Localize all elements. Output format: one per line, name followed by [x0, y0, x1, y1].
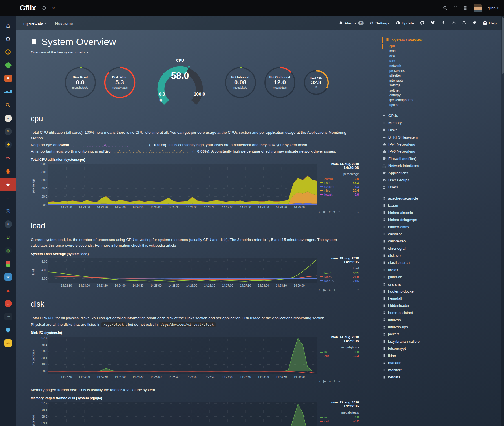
zoom-out-button[interactable]: −: [338, 379, 340, 383]
app-icon-organizr[interactable]: ×: [0, 125, 16, 138]
legend-item-out[interactable]: out-5.2: [320, 419, 359, 423]
skip-to-begin-button[interactable]: «: [319, 210, 320, 214]
sidebar-item-lazylibrarian-calibre[interactable]: lazylibrarian-calibre: [382, 338, 501, 345]
sidebar-item-grafana[interactable]: grafana: [382, 281, 501, 288]
sidebar-item-load[interactable]: load: [382, 49, 501, 53]
gauge-net-outbound[interactable]: Net Outbound12.0megabits/s: [263, 66, 297, 99]
sidebar-item-uptime[interactable]: uptime: [382, 103, 501, 108]
zoom-in-button[interactable]: +: [333, 379, 335, 383]
sidebar-item-chronograf[interactable]: chronograf: [382, 245, 501, 252]
app-icon-pills[interactable]: [0, 257, 16, 270]
scrollbar-thumb[interactable]: [502, 17, 504, 74]
sidebar-item-cpus[interactable]: CPUs: [382, 112, 501, 119]
sidebar-item-network-interfaces[interactable]: Network Interfaces: [382, 162, 501, 169]
gauge-net-inbound[interactable]: Net Inbound0.08megabits/s: [224, 66, 257, 99]
chart-resize-handle[interactable]: ↕: [357, 379, 359, 383]
app-icon-ubooquity[interactable]: U: [0, 217, 16, 231]
sidebar-item-diskover[interactable]: diskover: [382, 252, 501, 259]
user-menu[interactable]: gilbn ▾: [488, 6, 498, 10]
skip-to-begin-button[interactable]: «: [319, 288, 320, 292]
app-icon-greenring[interactable]: ◍: [0, 244, 16, 257]
legend-item-load1[interactable]: load16.51: [320, 271, 359, 275]
app-icon-stack[interactable]: ≡: [0, 72, 16, 85]
sidebar-item-ipv4-networking[interactable]: IPv4 Networking: [382, 141, 501, 148]
sidebar-item-binhex-airsonic[interactable]: binhex-airsonic: [382, 209, 501, 216]
legend-item-user[interactable]: user35.3: [320, 181, 359, 185]
chart-plot-area[interactable]: 14:22:3014:23:0014:23:3014:24:0014:24:30…: [36, 335, 319, 379]
app-icon-settings[interactable]: ⚙: [0, 32, 16, 45]
gauge-disk-read[interactable]: Disk Read0.0megabytes/s: [64, 66, 97, 99]
app-icon-grafana[interactable]: ◉: [0, 164, 16, 178]
skip-to-begin-button[interactable]: «: [319, 379, 320, 383]
sidebar-item-binhex-delugevpn[interactable]: binhex-delugevpn: [382, 216, 501, 223]
sidebar-item-mariadb[interactable]: mariadb: [382, 359, 501, 366]
settings-button[interactable]: ⚙ Settings: [370, 21, 389, 26]
sidebar-item-influxdb-ups[interactable]: influxdb-ups: [382, 324, 501, 331]
sidebar-item-cadvisor[interactable]: cadvisor: [382, 231, 501, 238]
sidebar-item-softnet[interactable]: softnet: [382, 88, 501, 93]
app-icon-trakt[interactable]: ◎: [0, 204, 16, 217]
download-button[interactable]: [452, 21, 456, 26]
app-icon-scissors[interactable]: ✂: [0, 151, 16, 164]
sidebar-item-users[interactable]: Users: [382, 184, 501, 191]
sidebar-item-ram[interactable]: ram: [382, 59, 501, 63]
fullscreen-icon[interactable]: [453, 6, 458, 10]
sidebar-item-network[interactable]: network: [382, 64, 501, 68]
play-button[interactable]: ▶: [323, 288, 326, 292]
sidebar-item-ipv6-networking[interactable]: IPv6 Networking: [382, 148, 501, 155]
app-icon-search-app[interactable]: ⚲: [0, 98, 16, 111]
sidebar-item-cpu[interactable]: cpu: [382, 44, 501, 49]
sidebar-item-memory[interactable]: Memory: [382, 119, 501, 126]
sidebar-item-hiddenloader[interactable]: hiddenloader: [382, 302, 501, 309]
zoom-out-button[interactable]: −: [338, 210, 340, 214]
update-button[interactable]: Update: [395, 21, 414, 26]
sidebar-item-monitorr[interactable]: monitorr: [382, 367, 501, 374]
gauge-cpu[interactable]: CPU58.00.0100.0%: [151, 58, 210, 106]
app-icon-lazylibrarian[interactable]: LAZY: [0, 310, 16, 323]
export-button[interactable]: [462, 21, 466, 26]
app-icon-airsonic[interactable]: ▂▆▃▇: [0, 85, 16, 98]
sidebar-item-calibreweb[interactable]: calibreweb: [382, 238, 501, 245]
gauge-disk-write[interactable]: Disk Write5.3megabytes/s: [103, 66, 136, 99]
app-icon-sab[interactable]: sab: [0, 336, 16, 350]
app-icon-unifi[interactable]: ∪: [0, 231, 16, 244]
sidebar-item-processes[interactable]: processes: [382, 68, 501, 73]
sidebar-item-lidarr[interactable]: lidarr: [382, 352, 501, 359]
legend-item-system[interactable]: system2.3: [320, 185, 359, 189]
app-icon-plex[interactable]: ›: [0, 45, 16, 59]
skip-to-end-button[interactable]: »: [329, 379, 331, 383]
sidebar-item-applications[interactable]: Applications: [382, 169, 501, 177]
github-button[interactable]: [420, 21, 425, 26]
legend-item-in[interactable]: in0.0: [320, 350, 359, 354]
sidebar-item-letsencrypt[interactable]: letsencrypt: [382, 345, 501, 352]
sidebar-item-heimdall[interactable]: heimdall: [382, 295, 501, 302]
sidebar-item-btrfs-filesystem[interactable]: BTRFS filesystem: [382, 134, 501, 141]
chart-plot-area[interactable]: 14:22:3014:23:0014:23:3014:24:0014:24:30…: [36, 401, 319, 426]
alarms-button[interactable]: Alarms 2: [339, 21, 364, 26]
sidebar-item-disks[interactable]: Disks: [382, 126, 501, 133]
sidebar-item-firewall-netfilter-[interactable]: Firewall (netfilter): [382, 155, 501, 162]
sidebar-item-home-assistant[interactable]: home-assistant: [382, 309, 501, 316]
twitter-button[interactable]: [431, 21, 435, 26]
print-button[interactable]: [472, 21, 477, 26]
sidebar-item-netdata[interactable]: netdata: [382, 374, 501, 381]
legend-item-load15[interactable]: load152.06: [320, 279, 359, 283]
skip-to-end-button[interactable]: »: [329, 210, 331, 214]
app-icon-drop[interactable]: [0, 323, 16, 336]
sidebar-item-binhex-emby[interactable]: binhex-emby: [382, 223, 501, 230]
app-title[interactable]: Gflix: [20, 4, 36, 12]
menu-icon[interactable]: [6, 5, 14, 12]
app-icon-jackett[interactable]: ●: [0, 111, 16, 125]
sidebar-item-user-groups[interactable]: User Groups: [382, 177, 501, 184]
chart-plot-area[interactable]: 14:22:3014:23:0014:23:3014:24:0014:24:30…: [36, 257, 319, 288]
sidebar-item-elasticsearch[interactable]: elasticsearch: [382, 259, 501, 266]
sidebar-item-ipc-semaphores[interactable]: ipc semaphores: [382, 98, 501, 102]
chart-system.pgpgio[interactable]: Memory Paged from/to disk (system.pgpgio…: [31, 396, 374, 426]
app-icon-star-app[interactable]: ★: [0, 270, 16, 284]
sidebar-item-interrupts[interactable]: interrupts: [382, 78, 501, 83]
close-icon[interactable]: ×: [52, 5, 55, 11]
app-icon-download-app[interactable]: ↓: [0, 297, 16, 310]
app-icon-cluster[interactable]: ∴: [0, 191, 16, 204]
sidebar-item-disk[interactable]: disk: [382, 54, 501, 59]
sidebar-item-idlejitter[interactable]: idlejitter: [382, 73, 501, 78]
